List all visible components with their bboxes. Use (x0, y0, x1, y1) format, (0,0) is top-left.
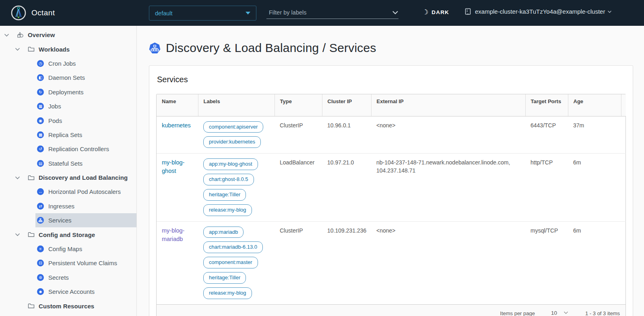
services-icon (37, 217, 44, 224)
chevron-down-icon[interactable] (15, 46, 21, 52)
moon-icon: ☾ (422, 8, 428, 17)
dark-mode-toggle[interactable]: ☾ DARK (422, 8, 449, 17)
config-maps-icon: ≡ (37, 245, 44, 252)
label-badge[interactable]: provider:kubernetes (203, 136, 261, 148)
sidebar-item-replication-controllers[interactable]: ↺Replication Controllers (0, 142, 136, 156)
sidebar-item-label: Replication Controllers (48, 146, 109, 152)
label-badge[interactable]: app:my-blog-ghost (203, 158, 258, 170)
sidebar-item-label: Deployments (48, 89, 84, 96)
namespace-value: default (155, 10, 246, 17)
table-row: my-blog-ghostapp:my-blog-ghostchart:ghos… (157, 154, 626, 221)
target-ports-cell: mysql/TCP (525, 221, 568, 304)
sidebar-item-label: Pods (48, 117, 62, 124)
sidebar-item-label: Discovery and Load Balancing (39, 174, 128, 181)
chevron-down-icon[interactable] (15, 175, 21, 181)
sidebar-item-persistent-volume-claims[interactable]: ⊟Persistent Volume Claims (0, 256, 136, 270)
spacer-cell (621, 116, 626, 154)
sidebar-item-label: Daemon Sets (48, 74, 85, 81)
services-icon (149, 42, 161, 54)
secrets-icon: ⊛ (37, 274, 44, 281)
label-badge[interactable]: app:mariadb (203, 227, 244, 238)
table-body: kubernetescomponent:apiserverprovider:ku… (157, 116, 626, 304)
sidebar-item-pods[interactable]: ◉Pods (0, 113, 136, 127)
external-ip-cell: <none> (371, 116, 525, 154)
sidebar-item-discovery-load-balancing[interactable]: Discovery and Load Balancing (0, 170, 136, 185)
service-link[interactable]: my-blog-ghost (162, 159, 184, 174)
table-header-row: NameLabelsTypeCluster IPExternal IPTarge… (157, 94, 626, 116)
sidebar-item-ingresses[interactable]: ⇄Ingresses (0, 199, 136, 213)
chevron-down-icon[interactable] (4, 32, 10, 38)
service-link[interactable]: my-blog-mariadb (162, 227, 184, 242)
spacer-cell (621, 221, 626, 304)
custom-resources-icon (28, 303, 35, 309)
age-cell: 6m (568, 154, 621, 221)
context-label: example-cluster-ka3TuTzYo4a@example-clus… (475, 8, 605, 15)
items-per-page-select[interactable]: 10 (547, 309, 571, 316)
sidebar-item-label: Services (48, 217, 72, 224)
type-cell: ClusterIP (275, 116, 322, 154)
cluster-ip-cell: 10.109.231.236 (322, 221, 371, 304)
services-card: Services NameLabelsTypeCluster IPExterna… (149, 65, 633, 316)
services-table: NameLabelsTypeCluster IPExternal IPTarge… (156, 94, 626, 316)
label-badge[interactable]: chart:mariadb-6.13.0 (203, 241, 263, 253)
sidebar-item-label: Config Maps (48, 245, 82, 252)
jobs-icon: ▦ (37, 103, 44, 110)
column-header-name: Name (157, 94, 198, 116)
table-footer: Items per page 10 1 - 3 of 3 items (157, 304, 625, 316)
sidebar-item-jobs[interactable]: ▦Jobs (0, 99, 136, 113)
chevron-down-icon[interactable] (15, 232, 21, 237)
external-ip-cell: <none> (371, 221, 525, 304)
sidebar-item-daemon-sets[interactable]: ◧Daemon Sets (0, 71, 136, 85)
dark-label: DARK (431, 9, 449, 15)
label-badge[interactable]: heritage:Tiller (203, 189, 246, 201)
sidebar-item-config-maps[interactable]: ≡Config Maps (0, 242, 136, 256)
namespace-select[interactable]: default (149, 6, 256, 21)
service-link[interactable]: kubernetes (162, 122, 191, 129)
sidebar-item-horizontal-pod-autoscalers[interactable]: ↔Horizontal Pod Autoscalers (0, 185, 136, 199)
replica-sets-icon: ▩ (37, 131, 44, 138)
cluster-ip-cell: 10.96.0.1 (322, 116, 371, 154)
cluster-ip-cell: 10.97.21.0 (322, 154, 371, 221)
sidebar-item-workloads[interactable]: Workloads (0, 42, 136, 56)
sidebar-item-label: Overview (28, 31, 55, 38)
label-badge[interactable]: heritage:Tiller (203, 272, 246, 284)
sidebar-item-config-and-storage[interactable]: Config and Storage (0, 227, 136, 241)
chevron-down-icon (564, 311, 568, 314)
workloads-icon (28, 46, 35, 52)
sidebar-item-label: Replica Sets (48, 131, 82, 138)
pods-icon: ◉ (37, 117, 44, 124)
filter-labels-input[interactable]: Filter by labels (266, 6, 398, 19)
target-ports-cell: http/TCP (525, 154, 568, 221)
type-cell: ClusterIP (275, 221, 322, 304)
caret-down-icon (246, 12, 250, 15)
label-badge[interactable]: chart:ghost-8.0.5 (203, 174, 254, 185)
sidebar-item-services[interactable]: Services (0, 213, 136, 227)
cluster-context-select[interactable]: example-cluster-ka3TuTzYo4a@example-clus… (464, 8, 612, 15)
label-badge[interactable]: component:master (203, 257, 258, 268)
sidebar-item-cron-jobs[interactable]: ◷Cron Jobs (0, 56, 136, 71)
sidebar-item-secrets[interactable]: ⊛Secrets (0, 270, 136, 285)
page-title: Discovery & Load Balancing / Services (166, 41, 376, 55)
age-cell: 6m (568, 221, 621, 304)
sidebar-item-custom-resources[interactable]: Custom Resources (0, 299, 136, 313)
persistent-volume-claims-icon: ⊟ (37, 260, 44, 266)
label-badge[interactable]: release:my-blog (203, 204, 252, 216)
sidebar-item-replica-sets[interactable]: ▩Replica Sets (0, 128, 136, 142)
column-header-labels: Labels (198, 94, 275, 116)
sidebar-item-label: Stateful Sets (48, 160, 83, 167)
table-row: kubernetescomponent:apiserverprovider:ku… (157, 116, 626, 154)
column-header-target-ports: Target Ports (525, 94, 568, 116)
sidebar-item-service-accounts[interactable]: ☻Service Accounts (0, 285, 136, 299)
sidebar-item-label: Config and Storage (39, 231, 95, 238)
label-badge[interactable]: release:my-blog (203, 287, 252, 299)
sidebar-item-deployments[interactable]: ↻Deployments (0, 85, 136, 99)
daemon-sets-icon: ◧ (37, 74, 44, 81)
type-cell: LoadBalancer (275, 154, 322, 221)
sidebar-item-stateful-sets[interactable]: ▤Stateful Sets (0, 156, 136, 170)
age-cell: 37m (568, 116, 621, 154)
label-badge[interactable]: component:apiserver (203, 121, 263, 133)
sidebar-item-label: Workloads (39, 46, 70, 53)
sidebar-item-overview[interactable]: Overview (0, 28, 136, 42)
sidebar-item-label: Custom Resources (39, 303, 94, 310)
sidebar-item-label: Horizontal Pod Autoscalers (48, 188, 121, 195)
